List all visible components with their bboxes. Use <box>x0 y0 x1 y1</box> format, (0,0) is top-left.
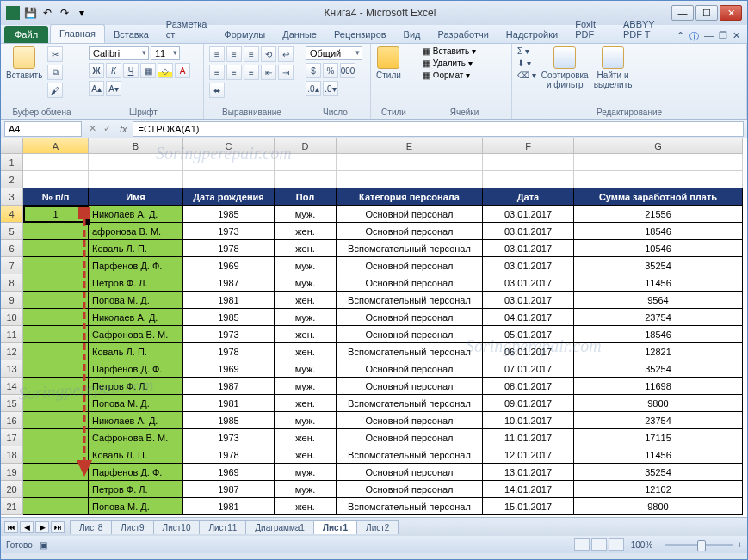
row-header[interactable]: 19 <box>1 464 23 481</box>
sheet-nav-prev-icon[interactable]: ◀ <box>20 521 34 533</box>
column-header[interactable]: E <box>337 138 483 154</box>
sheet-tab[interactable]: Диаграмма1 <box>245 520 314 534</box>
cell[interactable] <box>337 154 483 171</box>
cell[interactable]: 10546 <box>574 240 743 257</box>
tab-abbyy[interactable]: ABBYY PDF T <box>615 15 677 43</box>
cell[interactable] <box>574 171 743 188</box>
cell[interactable]: 35254 <box>574 360 743 378</box>
enter-formula-icon[interactable]: ✓ <box>100 123 114 134</box>
cell[interactable] <box>275 171 337 188</box>
cells-format-button[interactable]: ▦ Формат ▾ <box>423 71 470 80</box>
tab-review[interactable]: Рецензиров <box>325 26 395 43</box>
cell[interactable]: Вспомогательный персонал <box>337 240 483 257</box>
cell[interactable]: Имя <box>89 188 183 206</box>
zoom-slider[interactable] <box>665 544 733 546</box>
file-tab[interactable]: Файл <box>4 26 48 43</box>
cell[interactable]: Попова М. Д. <box>89 292 183 309</box>
qat-more-icon[interactable]: ▾ <box>75 6 89 20</box>
font-color-button[interactable]: A <box>175 63 190 78</box>
cell[interactable] <box>183 171 275 188</box>
cell[interactable]: 1985 <box>183 412 275 429</box>
row-header[interactable]: 4 <box>1 206 23 223</box>
indent-inc-icon[interactable]: ⇥ <box>278 65 294 80</box>
align-left-icon[interactable]: ≡ <box>209 65 225 80</box>
cell[interactable]: 1981 <box>183 292 275 309</box>
row-header[interactable]: 6 <box>1 240 23 257</box>
percent-icon[interactable]: % <box>323 63 338 78</box>
row-header[interactable]: 20 <box>1 481 23 498</box>
sheet-nav-first-icon[interactable]: ⏮ <box>4 521 18 533</box>
cell[interactable]: Основной персонал <box>337 464 483 481</box>
autosum-icon[interactable]: Σ ▾ <box>517 46 536 56</box>
cell[interactable] <box>23 498 89 515</box>
cell[interactable] <box>23 378 89 395</box>
align-mid-icon[interactable]: ≡ <box>226 46 242 62</box>
cell[interactable]: 07.01.2017 <box>483 360 574 378</box>
cell[interactable]: муж. <box>275 464 337 481</box>
cell[interactable]: Основной персонал <box>337 412 483 429</box>
cell[interactable]: 04.01.2017 <box>483 309 574 326</box>
cell[interactable]: Основной персонал <box>337 360 483 378</box>
cell[interactable] <box>23 395 89 412</box>
zoom-out-icon[interactable]: − <box>656 540 661 550</box>
cell[interactable]: Категория персонала <box>337 188 483 206</box>
cell[interactable]: Парфенов Д. Ф. <box>89 257 183 274</box>
bold-button[interactable]: Ж <box>89 63 104 78</box>
sheet-tab[interactable]: Лист1 <box>313 520 357 534</box>
border-button[interactable]: ▦ <box>140 63 156 78</box>
worksheet-grid[interactable]: ABCDEFG 12345678910111213141516171819202… <box>1 138 747 517</box>
tab-insert[interactable]: Вставка <box>105 26 158 43</box>
cell[interactable] <box>483 154 574 171</box>
cell[interactable]: Пол <box>275 188 337 206</box>
cell[interactable]: Сафронова В. М. <box>89 429 183 446</box>
cell[interactable]: 1981 <box>183 498 275 515</box>
column-header[interactable]: G <box>574 138 743 154</box>
column-header[interactable]: B <box>89 138 183 154</box>
cell[interactable]: жен. <box>275 395 337 412</box>
tab-home[interactable]: Главная <box>50 24 105 43</box>
cell[interactable] <box>23 446 89 464</box>
cell[interactable]: 23754 <box>574 412 743 429</box>
cell[interactable]: Основной персонал <box>337 274 483 292</box>
cell[interactable]: Вспомогательный персонал <box>337 292 483 309</box>
cell[interactable]: 9800 <box>574 498 743 515</box>
cell[interactable]: Сумма заработной плать <box>574 188 743 206</box>
formula-input[interactable]: =СТРОКА(A1) <box>133 121 744 137</box>
row-header[interactable]: 13 <box>1 360 23 378</box>
cell[interactable]: Коваль Л. П. <box>89 446 183 464</box>
italic-button[interactable]: К <box>106 63 121 78</box>
macro-record-icon[interactable]: ▣ <box>40 540 47 550</box>
cell[interactable]: Основной персонал <box>337 378 483 395</box>
font-size-combo[interactable]: 11 <box>151 46 180 60</box>
cell[interactable]: 1969 <box>183 464 275 481</box>
zoom-in-icon[interactable]: + <box>737 540 742 550</box>
cell[interactable]: Николаев А. Д. <box>89 309 183 326</box>
column-header[interactable]: C <box>183 138 275 154</box>
cell[interactable]: Николаев А. Д. <box>89 412 183 429</box>
sheet-tab[interactable]: Лист10 <box>153 520 201 534</box>
cell[interactable]: Попова М. Д. <box>89 395 183 412</box>
cell[interactable]: жен. <box>275 343 337 360</box>
cell[interactable] <box>23 274 89 292</box>
cell[interactable]: Вспомогательный персонал <box>337 395 483 412</box>
cell[interactable]: муж. <box>275 257 337 274</box>
cell[interactable]: 1985 <box>183 206 275 223</box>
currency-icon[interactable]: $ <box>306 63 321 78</box>
cell[interactable]: муж. <box>275 412 337 429</box>
tab-foxit[interactable]: Foxit PDF <box>566 15 615 43</box>
cell[interactable]: 03.01.2017 <box>483 206 574 223</box>
find-select-button[interactable]: Найти и выделить <box>594 46 633 89</box>
cell[interactable]: жен. <box>275 446 337 464</box>
cell[interactable]: 1973 <box>183 326 275 343</box>
cell[interactable]: Основной персонал <box>337 223 483 240</box>
align-bot-icon[interactable]: ≡ <box>244 46 259 62</box>
row-header[interactable]: 11 <box>1 326 23 343</box>
cell[interactable] <box>89 171 183 188</box>
cell[interactable] <box>23 223 89 240</box>
cell[interactable]: жен. <box>275 498 337 515</box>
font-name-combo[interactable]: Calibri <box>89 46 149 60</box>
cell[interactable]: 03.01.2017 <box>483 257 574 274</box>
cell[interactable]: жен. <box>275 326 337 343</box>
row-header[interactable]: 8 <box>1 274 23 292</box>
cell[interactable] <box>23 412 89 429</box>
